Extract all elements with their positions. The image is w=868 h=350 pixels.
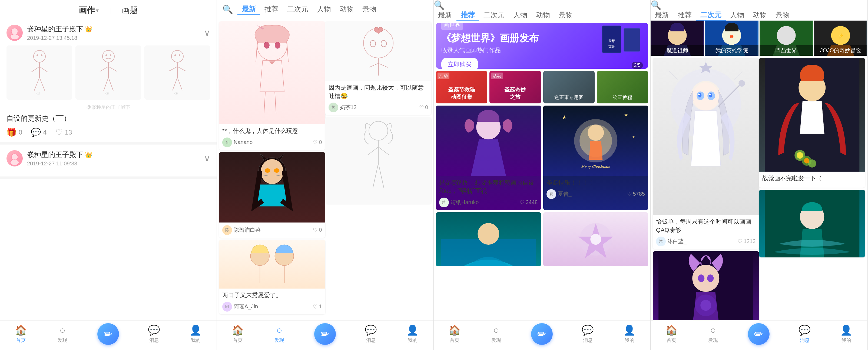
activity-card-1[interactable]: 活动 圣诞节救猫动图征集 bbox=[436, 71, 487, 104]
art-author-3-right[interactable]: 夏 夏普_ bbox=[547, 189, 571, 199]
cat-tab-people-2[interactable]: 人物 bbox=[313, 4, 335, 14]
toolbar-profile-4[interactable]: 👤 我的 bbox=[826, 325, 867, 344]
create-button-4[interactable]: ✏ bbox=[748, 323, 770, 345]
cat-tab-anime-4[interactable]: 二次元 bbox=[696, 10, 726, 21]
cat-tab-recommended-2[interactable]: 推荐 bbox=[260, 4, 283, 14]
post-image-1c[interactable]: ③ bbox=[145, 46, 210, 99]
feed-scroll[interactable]: 嵌种星的王子殿下 👑 2019-12-27 13:45:18 ∨ bbox=[0, 19, 217, 330]
art-author-2-1[interactable]: N Nanano_ bbox=[222, 138, 255, 147]
cat-tab-people-4[interactable]: 人物 bbox=[726, 10, 748, 21]
cat-tab-animals-3[interactable]: 动物 bbox=[532, 10, 554, 21]
author-name-4-1: 沐白蓝_ bbox=[668, 238, 687, 245]
action-comment-1[interactable]: 💬 4 bbox=[31, 127, 46, 137]
activity-card-3[interactable]: 逆正事专用图 bbox=[543, 71, 595, 104]
art-grid-3-2-left[interactable] bbox=[436, 212, 541, 266]
action-gift-1[interactable]: 🎁 0 bbox=[6, 127, 22, 137]
post-username-1[interactable]: 嵌种星的王子殿下 👑 bbox=[27, 24, 204, 34]
banner-buy-btn[interactable]: 立即购买 bbox=[441, 58, 478, 69]
art-title-4-1: 恰饭单，每周只有这个时间可以画画QAQ凑够 bbox=[656, 217, 756, 234]
art-card-4-2[interactable]: 战觉画不完啦发一下（ bbox=[759, 58, 865, 187]
cat-tab-animals-4[interactable]: 动物 bbox=[748, 10, 771, 21]
action-like-1[interactable]: ♡ 13 bbox=[56, 127, 72, 137]
art-card-2-2[interactable]: 陈 陈酱溜白菜 ♡ 0 bbox=[219, 152, 325, 238]
post-more-1[interactable]: ∨ bbox=[204, 28, 210, 38]
toolbar-message-4[interactable]: 💬 消息 bbox=[784, 325, 826, 344]
toolbar-profile-3[interactable]: 👤 我的 bbox=[609, 325, 650, 344]
tab-huati[interactable]: 画题 bbox=[122, 5, 138, 16]
art-author-4-1[interactable]: 沐 沐白蓝_ bbox=[656, 237, 687, 246]
post-image-1a[interactable]: ① bbox=[6, 46, 72, 99]
toolbar-message-2[interactable]: 💬 消息 bbox=[350, 325, 392, 344]
avatar-1[interactable] bbox=[6, 25, 23, 41]
art-author-2-2[interactable]: 陈 陈酱溜白菜 bbox=[222, 225, 261, 235]
like-count-3-left: ♡ 3448 bbox=[520, 199, 538, 206]
avatar-2[interactable] bbox=[6, 150, 23, 167]
art-info-2-1: **，什么鬼，人体是什么玩意 N Nanano_ ♡ 0 bbox=[219, 124, 325, 150]
toolbar-discover-3[interactable]: ○ 发现 bbox=[475, 325, 517, 344]
toolbar-message-3[interactable]: 💬 消息 bbox=[567, 325, 609, 344]
post-username-2[interactable]: 嵌种星的王子殿下 👑 bbox=[27, 150, 204, 159]
activity-row-3: 活动 圣诞节救猫动图征集 活动 圣诞奇妙之旅 逆正事专用图 绘画教程 bbox=[434, 71, 650, 104]
search-icon-3[interactable]: 🔍 bbox=[434, 0, 444, 10]
cat-tab-latest-2[interactable]: 最新 bbox=[238, 4, 260, 14]
search-icon-4[interactable]: 🔍 bbox=[651, 0, 661, 10]
create-button-1[interactable]: ✏ bbox=[97, 323, 119, 345]
toolbar-profile-1[interactable]: 👤 我的 bbox=[175, 325, 217, 344]
banner-thumb-4-1[interactable]: 魔道祖师 bbox=[651, 21, 704, 56]
toolbar-home-2[interactable]: 🏠 首页 bbox=[217, 325, 258, 344]
art-card-2-1[interactable]: **，什么鬼，人体是什么玩意 N Nanano_ ♡ 0 bbox=[219, 21, 325, 150]
cat-tab-scenery-4[interactable]: 景物 bbox=[771, 10, 794, 21]
cat-tab-latest-4[interactable]: 最新 bbox=[651, 10, 673, 21]
activity-card-2[interactable]: 活动 圣诞奇妙之旅 bbox=[490, 71, 541, 104]
create-button-3[interactable]: ✏ bbox=[531, 323, 553, 345]
activity-card-4[interactable]: 绘画教程 bbox=[597, 71, 648, 104]
cat-tab-latest-3[interactable]: 最新 bbox=[434, 10, 457, 21]
art-author-2-5[interactable]: 阿 阿瑶A_Jin bbox=[222, 302, 258, 312]
toolbar-create-1[interactable]: ✏ bbox=[83, 323, 133, 345]
toolbar-home-3[interactable]: 🏠 首页 bbox=[434, 325, 475, 344]
post-image-1b[interactable]: ② bbox=[75, 46, 141, 99]
art-card-4-4[interactable] bbox=[759, 190, 865, 257]
recommend-scroll[interactable]: 画世界 《梦想世界》画册发布 收录人气画师热门作品 立即购买 梦想 世界 2/5… bbox=[434, 21, 650, 350]
banner-thumb-4-2[interactable]: ⊕ 我的英雄学院 bbox=[705, 21, 758, 56]
banner-thumb-4-4[interactable]: ⚡ JOJO的奇妙冒险 bbox=[814, 21, 867, 56]
heart-icon: ♡ bbox=[56, 127, 63, 137]
toolbar-create-2[interactable]: ✏ bbox=[300, 323, 350, 345]
anime-scroll[interactable]: 魔道祖师 ⊕ 我的英雄学院 bbox=[651, 21, 867, 350]
toolbar-message-1[interactable]: 💬 消息 bbox=[133, 325, 175, 344]
art-card-2-4[interactable] bbox=[325, 117, 432, 204]
cat-tab-recommended-4[interactable]: 推荐 bbox=[673, 10, 696, 21]
toolbar-discover-4[interactable]: ○ 发现 bbox=[692, 325, 734, 344]
tab-huazuo[interactable]: 画作 ▾ bbox=[79, 5, 98, 16]
art-card-2-5[interactable]: 两口子又来秀恩爱了。 阿 阿瑶A_Jin ♡ 1 bbox=[219, 240, 325, 314]
toolbar-create-4[interactable]: ✏ bbox=[734, 323, 784, 345]
banner-section-3[interactable]: 画世界 《梦想世界》画册发布 收录人气画师热门作品 立即购买 梦想 世界 2/5 bbox=[436, 23, 648, 69]
toolbar-create-3[interactable]: ✏ bbox=[517, 323, 567, 345]
cat-tab-scenery-2[interactable]: 景物 bbox=[358, 4, 381, 14]
search-icon-2[interactable]: 🔍 bbox=[222, 4, 233, 14]
cat-tab-people-3[interactable]: 人物 bbox=[509, 10, 532, 21]
banner-thumb-4-3[interactable]: 凹凸世界 bbox=[760, 21, 813, 56]
create-button-2[interactable]: ✏ bbox=[314, 323, 336, 345]
art-grid-3-left[interactable]: 是参赛的图，想要推荐和赞画的自设和oc，画到后面很 靖 靖纸Haruko ♡ 3… bbox=[436, 106, 541, 210]
cat-tab-animals-2[interactable]: 动物 bbox=[335, 4, 358, 14]
toolbar-discover-1[interactable]: ○ 发现 bbox=[42, 325, 83, 344]
art-author-3-left[interactable]: 靖 靖纸Haruko bbox=[439, 198, 478, 207]
art-grid-3-2-right[interactable] bbox=[543, 212, 648, 266]
art-author-2-3[interactable]: 奶 奶茶12 bbox=[329, 103, 356, 112]
toolbar-home-1[interactable]: 🏠 首页 bbox=[0, 325, 42, 344]
art-card-4-1[interactable]: 恰饭单，每周只有这个时间可以画画QAQ凑够 沐 沐白蓝_ ♡ 1213 bbox=[653, 58, 759, 249]
cat-tab-recommended-3[interactable]: 推荐 bbox=[457, 10, 479, 21]
cat-tab-scenery-3[interactable]: 景物 bbox=[554, 10, 577, 21]
svg-point-32 bbox=[264, 42, 269, 49]
art-card-2-3[interactable]: 因为是速画，问题比较大，可以随意吐槽😂 奶 奶茶12 ♡ 0 bbox=[325, 21, 432, 115]
cat-tab-anime-3[interactable]: 二次元 bbox=[479, 10, 509, 21]
toolbar-discover-2[interactable]: ○ 发现 bbox=[258, 325, 300, 344]
art-grid-3-right[interactable]: Merry Christmas! ★ ★ ★ 圣诞快乐！！！！ 夏 bbox=[543, 106, 648, 210]
heart-icon-2-5: ♡ bbox=[313, 303, 318, 310]
toolbar-home-4[interactable]: 🏠 首页 bbox=[651, 325, 692, 344]
cat-tab-anime-2[interactable]: 二次元 bbox=[283, 4, 313, 14]
post-more-2[interactable]: ∨ bbox=[204, 153, 210, 164]
discover-scroll[interactable]: **，什么鬼，人体是什么玩意 N Nanano_ ♡ 0 bbox=[217, 19, 433, 350]
toolbar-profile-2[interactable]: 👤 我的 bbox=[392, 325, 433, 344]
